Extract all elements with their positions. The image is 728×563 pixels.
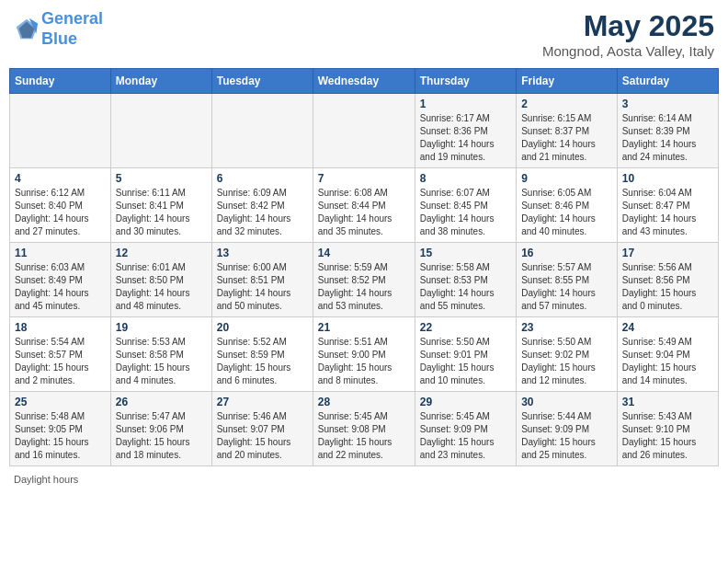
calendar-cell: 21Sunrise: 5:51 AM Sunset: 9:00 PM Dayli… — [313, 317, 415, 392]
logo-line2: Blue — [41, 29, 77, 48]
day-info: Sunrise: 5:53 AM Sunset: 8:58 PM Dayligh… — [116, 336, 207, 387]
day-number: 3 — [622, 98, 713, 110]
calendar-cell: 12Sunrise: 6:01 AM Sunset: 8:50 PM Dayli… — [110, 243, 211, 317]
calendar-cell: 8Sunrise: 6:07 AM Sunset: 8:45 PM Daylig… — [415, 168, 516, 243]
calendar-cell: 10Sunrise: 6:04 AM Sunset: 8:47 PM Dayli… — [617, 168, 718, 243]
title-area: May 2025 Mongnod, Aosta Valley, Italy — [542, 9, 714, 59]
calendar-cell: 14Sunrise: 5:59 AM Sunset: 8:52 PM Dayli… — [313, 243, 415, 317]
calendar-cell: 31Sunrise: 5:43 AM Sunset: 9:10 PM Dayli… — [617, 392, 718, 466]
day-info: Sunrise: 5:54 AM Sunset: 8:57 PM Dayligh… — [15, 336, 106, 387]
logo-text: General Blue — [41, 9, 103, 49]
calendar-cell: 19Sunrise: 5:53 AM Sunset: 8:58 PM Dayli… — [110, 317, 211, 392]
calendar-cell: 28Sunrise: 5:45 AM Sunset: 9:08 PM Dayli… — [313, 392, 415, 466]
calendar-cell: 15Sunrise: 5:58 AM Sunset: 8:53 PM Dayli… — [415, 243, 516, 317]
day-info: Sunrise: 5:49 AM Sunset: 9:04 PM Dayligh… — [622, 336, 713, 387]
day-number: 8 — [420, 172, 511, 185]
calendar-cell: 24Sunrise: 5:49 AM Sunset: 9:04 PM Dayli… — [617, 317, 718, 392]
day-info: Sunrise: 5:58 AM Sunset: 8:53 PM Dayligh… — [420, 261, 511, 313]
day-info: Sunrise: 5:45 AM Sunset: 9:08 PM Dayligh… — [318, 410, 410, 462]
calendar-cell: 29Sunrise: 5:45 AM Sunset: 9:09 PM Dayli… — [415, 392, 516, 466]
day-number: 9 — [521, 172, 612, 185]
day-info: Sunrise: 5:44 AM Sunset: 9:09 PM Dayligh… — [521, 410, 612, 462]
day-info: Sunrise: 6:12 AM Sunset: 8:40 PM Dayligh… — [15, 187, 106, 238]
calendar-cell: 22Sunrise: 5:50 AM Sunset: 9:01 PM Dayli… — [415, 317, 516, 392]
calendar-cell — [313, 94, 415, 168]
calendar-cell: 30Sunrise: 5:44 AM Sunset: 9:09 PM Dayli… — [517, 392, 618, 466]
calendar-cell: 13Sunrise: 6:00 AM Sunset: 8:51 PM Dayli… — [211, 243, 313, 317]
calendar-table: SundayMondayTuesdayWednesdayThursdayFrid… — [9, 68, 719, 466]
day-info: Sunrise: 6:00 AM Sunset: 8:51 PM Dayligh… — [217, 261, 308, 313]
day-number: 7 — [318, 172, 410, 185]
day-number: 1 — [420, 98, 511, 110]
calendar-cell: 16Sunrise: 5:57 AM Sunset: 8:55 PM Dayli… — [517, 243, 618, 317]
day-number: 5 — [116, 172, 207, 185]
calendar-day-header: Tuesday — [211, 69, 313, 94]
day-info: Sunrise: 5:48 AM Sunset: 9:05 PM Dayligh… — [15, 410, 106, 462]
day-number: 25 — [15, 396, 106, 408]
day-number: 30 — [521, 396, 612, 408]
day-info: Sunrise: 6:04 AM Sunset: 8:47 PM Dayligh… — [622, 187, 713, 238]
day-info: Sunrise: 5:52 AM Sunset: 8:59 PM Dayligh… — [217, 336, 308, 387]
day-number: 26 — [116, 396, 207, 408]
calendar-cell: 1Sunrise: 6:17 AM Sunset: 8:36 PM Daylig… — [415, 94, 516, 168]
calendar-cell: 5Sunrise: 6:11 AM Sunset: 8:41 PM Daylig… — [110, 168, 211, 243]
day-number: 16 — [521, 247, 612, 259]
day-info: Sunrise: 6:14 AM Sunset: 8:39 PM Dayligh… — [622, 112, 713, 164]
day-number: 29 — [420, 396, 511, 408]
day-number: 19 — [116, 321, 207, 334]
calendar-cell: 6Sunrise: 6:09 AM Sunset: 8:42 PM Daylig… — [211, 168, 313, 243]
day-info: Sunrise: 5:46 AM Sunset: 9:07 PM Dayligh… — [217, 410, 308, 462]
calendar-cell: 3Sunrise: 6:14 AM Sunset: 8:39 PM Daylig… — [617, 94, 718, 168]
day-number: 17 — [622, 247, 713, 259]
month-year-title: May 2025 — [542, 9, 714, 43]
day-info: Sunrise: 6:03 AM Sunset: 8:49 PM Dayligh… — [15, 261, 106, 313]
calendar-cell: 2Sunrise: 6:15 AM Sunset: 8:37 PM Daylig… — [517, 94, 618, 168]
day-number: 28 — [318, 396, 410, 408]
day-info: Sunrise: 5:56 AM Sunset: 8:56 PM Dayligh… — [622, 261, 713, 313]
calendar-cell: 25Sunrise: 5:48 AM Sunset: 9:05 PM Dayli… — [10, 392, 111, 466]
calendar-day-header: Thursday — [415, 69, 516, 94]
day-info: Sunrise: 5:59 AM Sunset: 8:52 PM Dayligh… — [318, 261, 410, 313]
day-number: 2 — [521, 98, 612, 110]
day-info: Sunrise: 5:45 AM Sunset: 9:09 PM Dayligh… — [420, 410, 511, 462]
daylight-hours-label: Daylight hours — [14, 474, 78, 485]
calendar-week-row: 11Sunrise: 6:03 AM Sunset: 8:49 PM Dayli… — [10, 243, 719, 317]
day-info: Sunrise: 5:43 AM Sunset: 9:10 PM Dayligh… — [622, 410, 713, 462]
day-info: Sunrise: 5:51 AM Sunset: 9:00 PM Dayligh… — [318, 336, 410, 387]
calendar-cell — [211, 94, 313, 168]
day-number: 31 — [622, 396, 713, 408]
day-info: Sunrise: 6:17 AM Sunset: 8:36 PM Dayligh… — [420, 112, 511, 164]
calendar-cell: 20Sunrise: 5:52 AM Sunset: 8:59 PM Dayli… — [211, 317, 313, 392]
day-number: 13 — [217, 247, 308, 259]
day-number: 6 — [217, 172, 308, 185]
day-info: Sunrise: 6:01 AM Sunset: 8:50 PM Dayligh… — [116, 261, 207, 313]
legend: Daylight hours — [9, 474, 719, 485]
calendar-cell: 18Sunrise: 5:54 AM Sunset: 8:57 PM Dayli… — [10, 317, 111, 392]
calendar-cell: 17Sunrise: 5:56 AM Sunset: 8:56 PM Dayli… — [617, 243, 718, 317]
day-info: Sunrise: 6:11 AM Sunset: 8:41 PM Dayligh… — [116, 187, 207, 238]
calendar-week-row: 25Sunrise: 5:48 AM Sunset: 9:05 PM Dayli… — [10, 392, 719, 466]
day-number: 18 — [15, 321, 106, 334]
day-number: 4 — [15, 172, 106, 185]
day-number: 22 — [420, 321, 511, 334]
day-number: 24 — [622, 321, 713, 334]
day-info: Sunrise: 6:15 AM Sunset: 8:37 PM Dayligh… — [521, 112, 612, 164]
day-number: 11 — [15, 247, 106, 259]
calendar-cell: 27Sunrise: 5:46 AM Sunset: 9:07 PM Dayli… — [211, 392, 313, 466]
day-info: Sunrise: 5:47 AM Sunset: 9:06 PM Dayligh… — [116, 410, 207, 462]
day-number: 12 — [116, 247, 207, 259]
calendar-day-header: Wednesday — [313, 69, 415, 94]
logo-line1: General — [41, 9, 103, 28]
day-info: Sunrise: 5:50 AM Sunset: 9:01 PM Dayligh… — [420, 336, 511, 387]
calendar-week-row: 4Sunrise: 6:12 AM Sunset: 8:40 PM Daylig… — [10, 168, 719, 243]
day-info: Sunrise: 6:09 AM Sunset: 8:42 PM Dayligh… — [217, 187, 308, 238]
calendar-cell: 26Sunrise: 5:47 AM Sunset: 9:06 PM Dayli… — [110, 392, 211, 466]
calendar-day-header: Monday — [110, 69, 211, 94]
day-info: Sunrise: 6:07 AM Sunset: 8:45 PM Dayligh… — [420, 187, 511, 238]
calendar-header-row: SundayMondayTuesdayWednesdayThursdayFrid… — [10, 69, 719, 94]
day-number: 23 — [521, 321, 612, 334]
calendar-cell — [110, 94, 211, 168]
day-info: Sunrise: 6:08 AM Sunset: 8:44 PM Dayligh… — [318, 187, 410, 238]
day-number: 27 — [217, 396, 308, 408]
day-number: 14 — [318, 247, 410, 259]
